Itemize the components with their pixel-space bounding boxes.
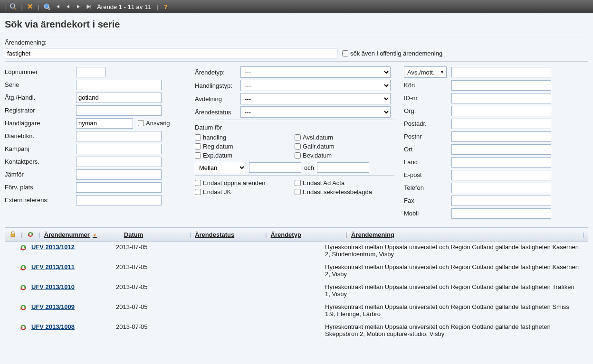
label-datum-for: Datum för <box>195 124 394 131</box>
input-postnr[interactable] <box>451 131 551 142</box>
search-icon[interactable] <box>9 2 18 11</box>
select-arendetyp[interactable]: --- <box>240 66 391 78</box>
input-atg[interactable] <box>76 93 162 103</box>
form-col-2: Ärendetyp:--- Handlingstyp:--- Avdelning… <box>195 66 394 221</box>
input-telefon[interactable] <box>451 183 551 193</box>
results-table: | | Ärendenummer Datum | Ärendestatus | … <box>5 227 588 341</box>
divider <box>195 120 394 120</box>
cell-arendenummer: UFV 2013/1011 <box>31 263 116 271</box>
separator: | <box>38 3 39 10</box>
input-lopnummer[interactable] <box>76 67 105 77</box>
cell-arendenummer: UFV 2013/1010 <box>31 283 116 290</box>
chk-adacta[interactable]: Endast Ad Acta <box>295 179 388 187</box>
label-handlingstyp: Handlingstyp: <box>195 82 240 89</box>
input-org[interactable] <box>451 106 551 116</box>
record-icon[interactable] <box>9 303 31 312</box>
chk-expdatum[interactable]: Exp.datum <box>195 152 288 159</box>
record-icon[interactable] <box>9 263 31 272</box>
chk-regdatum[interactable]: Reg.datum <box>195 143 288 150</box>
cell-arendemening: Hyreskontrakt mellan Uppsala universitet… <box>325 323 584 337</box>
public-search-label: sök även i offentlig ärendemening <box>350 50 442 57</box>
separator: | <box>38 231 40 238</box>
input-forv[interactable] <box>76 182 162 193</box>
input-ort[interactable] <box>451 144 551 155</box>
last-page-icon[interactable] <box>85 2 93 11</box>
arendenummer-link[interactable]: UFV 2013/1008 <box>31 323 75 330</box>
select-date-range[interactable]: Mellan <box>195 162 246 173</box>
input-avsmott[interactable] <box>451 67 551 77</box>
record-icon[interactable] <box>9 243 31 252</box>
ansvarig-checkbox[interactable]: Ansvarig <box>138 120 170 127</box>
input-date-from[interactable] <box>249 162 301 173</box>
arendenummer-link[interactable]: UFV 2013/1012 <box>31 243 75 251</box>
input-registrator[interactable] <box>76 105 162 116</box>
col-header-datum[interactable]: Datum <box>124 231 186 238</box>
input-idnr[interactable] <box>451 93 551 103</box>
input-mobil[interactable] <box>451 208 551 219</box>
col-header-arendetyp[interactable]: Ärendetyp <box>271 231 342 238</box>
form-col-1: Löpnummer Serie Åtg./Handl. Registrator … <box>5 66 185 221</box>
label-forv: Förv. plats <box>5 184 76 191</box>
record-icon[interactable] <box>9 283 31 292</box>
public-search-checkbox[interactable]: sök även i offentlig ärendemening <box>342 50 442 57</box>
lock-icon[interactable] <box>9 231 17 238</box>
prev-page-icon[interactable] <box>64 2 72 11</box>
label-epost: E-post <box>404 171 451 178</box>
label-handlaggare: Handläggare <box>5 120 76 127</box>
refresh-icon[interactable] <box>26 231 35 238</box>
input-diariebtkn[interactable] <box>76 131 162 141</box>
col-header-arendenummer[interactable]: Ärendenummer <box>44 231 120 238</box>
next-page-icon[interactable] <box>74 2 83 11</box>
input-serie[interactable] <box>76 80 162 90</box>
record-icon[interactable] <box>9 323 31 332</box>
input-extern[interactable] <box>76 195 162 205</box>
first-page-icon[interactable] <box>53 2 62 11</box>
help-icon[interactable]: ? <box>162 2 170 11</box>
input-land[interactable] <box>451 157 551 168</box>
label-arendestatus: Ärendestatus <box>195 109 240 116</box>
page-title: Sök via ärendekort i serie <box>5 19 588 30</box>
cell-arendenummer: UFV 2013/1012 <box>31 243 116 251</box>
select-arendestatus[interactable]: --- <box>240 106 391 118</box>
input-kon[interactable] <box>451 80 551 91</box>
chk-gallrdatum[interactable]: Gallr.datum <box>295 143 388 150</box>
table-row: UFV 2013/10082013-07-05Hyreskontrakt mel… <box>5 321 588 341</box>
col-header-arendestatus[interactable]: Ärendestatus <box>195 231 261 238</box>
search-input[interactable] <box>5 48 337 58</box>
label-telefon: Telefon <box>404 184 451 191</box>
input-fax[interactable] <box>451 196 551 206</box>
input-jamfor[interactable] <box>76 169 162 180</box>
input-kontaktpers[interactable] <box>76 157 162 167</box>
chk-handling[interactable]: handling <box>195 134 288 141</box>
select-avsmott[interactable]: Avs./mott. <box>404 66 447 78</box>
label-kampanj: Kampanj <box>5 145 76 152</box>
select-handlingstyp[interactable]: --- <box>240 80 391 91</box>
cell-arendemening: Hyreskontrakt mellan Uppsala universitet… <box>325 243 584 258</box>
chk-oppna[interactable]: Endast öppna ärenden <box>195 179 288 187</box>
separator: | <box>346 231 347 238</box>
chk-jk[interactable]: Endast JK <box>195 188 288 196</box>
close-icon[interactable]: ✕ <box>26 2 35 11</box>
table-row: UFV 2013/10102013-07-05Hyreskontrakt mel… <box>5 281 588 301</box>
separator: | <box>265 231 267 238</box>
input-epost[interactable] <box>451 170 551 180</box>
cell-arendenummer: UFV 2013/1009 <box>31 303 116 310</box>
arendenummer-link[interactable]: UFV 2013/1010 <box>31 283 75 290</box>
globe-search-icon[interactable] <box>43 2 51 11</box>
separator: | <box>21 3 22 10</box>
select-avdelning[interactable]: --- <box>240 93 391 104</box>
chk-sekretess[interactable]: Endast sekretessbelagda <box>295 188 388 196</box>
separator: | <box>156 3 158 10</box>
input-kampanj[interactable] <box>76 144 162 154</box>
arendenummer-link[interactable]: UFV 2013/1011 <box>31 263 75 271</box>
arendenummer-link[interactable]: UFV 2013/1009 <box>31 303 75 310</box>
cell-datum: 2013-07-05 <box>116 323 179 330</box>
input-date-to[interactable] <box>317 162 369 173</box>
input-postadr[interactable] <box>451 119 551 129</box>
chk-bevdatum[interactable]: Bev.datum <box>295 152 388 159</box>
chk-avsldatum[interactable]: Avsl.datum <box>295 134 388 141</box>
label-idnr: ID-nr <box>404 94 451 102</box>
input-handlaggare[interactable] <box>76 118 133 129</box>
search-label: Ärendemening: <box>5 39 588 46</box>
col-header-arendemening[interactable]: Ärendemening <box>351 231 579 238</box>
